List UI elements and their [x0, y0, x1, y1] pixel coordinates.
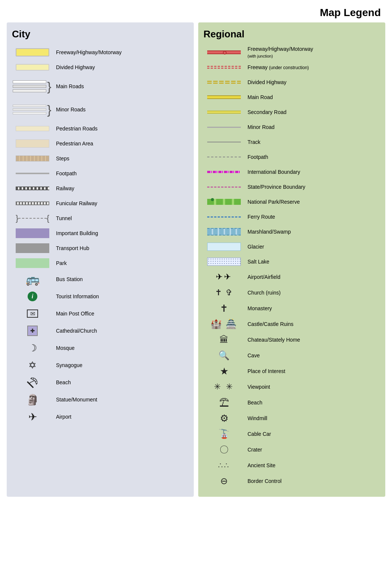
reg-divided-label: Divided Highway: [245, 79, 286, 86]
divided-highway-symbol: [16, 64, 49, 71]
reg-viewpoint-label: Viewpoint: [245, 383, 270, 390]
reg-cave-icon: 🔍: [218, 350, 230, 361]
list-item: Transport Hub: [12, 241, 189, 255]
reg-ancient-label: Ancient Site: [245, 462, 276, 469]
list-item: Footpath: [203, 150, 380, 164]
list-item: Glacier: [203, 240, 380, 254]
list-item: 〇 Crater: [203, 442, 380, 457]
steps-label: Steps: [53, 155, 69, 162]
list-item: Divided Highway: [12, 60, 189, 74]
bus-station-label: Bus Station: [53, 276, 83, 283]
synagogue-icon: ✡: [28, 360, 37, 371]
reg-ferry-label: Ferry Route: [245, 213, 275, 220]
list-item: ⛱ Beach: [12, 374, 189, 391]
railway-label: Railway: [53, 185, 74, 192]
list-item: ✈✈ Airport/Airfield: [203, 269, 380, 284]
list-item: 🏛 Chateau/Stately Home: [203, 332, 380, 347]
reg-chateau-icon: 🏛: [220, 335, 228, 345]
reg-freeway-uc-symbol: [207, 66, 241, 69]
reg-minor-symbol: [207, 127, 241, 128]
reg-poi-label: Place of Interest: [245, 368, 285, 375]
footpath-symbol: [16, 173, 49, 174]
list-item: } { Tunnel: [12, 211, 189, 225]
reg-airport-icon: ✈✈: [216, 272, 232, 282]
reg-freeway-label: Freeway/Highway/Motorway (with junction): [245, 46, 313, 59]
reg-salt-symbol: [207, 258, 241, 266]
pedestrian-area-label: Pedestrian Area: [53, 140, 93, 147]
cathedral-icon: ✚: [27, 326, 38, 336]
list-item: Marshland/Swamp: [203, 225, 380, 239]
list-item: Secondary Road: [203, 105, 380, 119]
reg-glacier-symbol: [207, 243, 241, 251]
list-item: Freeway/Highway/Motorway (with junction): [203, 45, 380, 59]
reg-castle-icon: 🏰 🏯: [211, 319, 238, 329]
list-item: Park: [12, 256, 189, 270]
post-office-label: Main Post Office: [53, 310, 94, 317]
list-item: ∴∴ Ancient Site: [203, 458, 380, 473]
list-item: Freeway/Highway/Motorway: [12, 45, 189, 59]
list-item: ✉ Main Post Office: [12, 305, 189, 322]
reg-freeway-uc-label: Freeway (under construction): [245, 64, 309, 71]
statue-label: Statue/Monument: [53, 396, 97, 403]
list-item: Track: [203, 135, 380, 149]
reg-windmill-label: Windmill: [245, 415, 267, 422]
transport-hub-symbol: [16, 243, 49, 253]
reg-marsh-label: Marshland/Swamp: [245, 228, 291, 235]
park-label: Park: [53, 260, 67, 267]
list-item: Funicular Railway: [12, 196, 189, 210]
reg-divided-symbol: [207, 81, 241, 84]
freeway-label: Freeway/Highway/Motorway: [53, 49, 122, 56]
tunnel-symbol: } {: [16, 215, 49, 221]
list-item: 🏰 🏯 Castle/Castle Ruins: [203, 317, 380, 332]
list-item: 🔍 Cave: [203, 348, 380, 363]
header: Map Legend: [0, 0, 392, 22]
list-item: 🚌 Bus Station: [12, 271, 189, 287]
synagogue-label: Synagogue: [53, 362, 83, 369]
list-item: Main Road: [203, 90, 380, 104]
reg-footpath-symbol: [207, 157, 241, 157]
tunnel-label: Tunnel: [53, 215, 72, 222]
reg-monastery-icon: ✝: [220, 303, 228, 314]
list-item: Pedestrian Area: [12, 136, 189, 151]
tourist-info-icon: i: [28, 292, 37, 301]
list-item: ✝ Monastery: [203, 301, 380, 316]
list-item: ⛱ Beach: [203, 395, 380, 410]
park-symbol: [16, 258, 49, 268]
list-item: ⚙ Windmill: [203, 411, 380, 426]
main-roads-symbol: }: [13, 80, 52, 93]
steps-symbol: [16, 155, 49, 161]
important-building-label: Important Building: [53, 230, 98, 237]
reg-minor-label: Minor Road: [245, 124, 274, 130]
reg-marsh-symbol: [207, 228, 241, 235]
reg-monastery-label: Monastery: [245, 305, 272, 312]
reg-chateau-label: Chateau/Stately Home: [245, 336, 300, 343]
reg-ancient-icon: ∴∴: [218, 461, 230, 470]
transport-hub-label: Transport Hub: [53, 245, 89, 252]
regional-title: Regional: [203, 28, 380, 40]
list-item: Salt Lake: [203, 255, 380, 269]
list-item: International Boundary: [203, 165, 380, 179]
reg-crater-icon: 〇: [220, 444, 228, 456]
list-item: } Main Roads: [12, 75, 189, 98]
list-item: National Park/Reserve: [203, 195, 380, 209]
minor-roads-label: Minor Roads: [53, 106, 85, 113]
reg-border-label: Border Control: [245, 478, 281, 484]
reg-windmill-icon: ⚙: [220, 413, 228, 424]
reg-secondary-symbol: [207, 111, 241, 114]
reg-mainroad-label: Main Road: [245, 94, 273, 101]
reg-track-symbol: [207, 142, 241, 142]
reg-ferry-symbol: [207, 216, 241, 218]
reg-intl-symbol: [207, 171, 241, 173]
reg-national-park-label: National Park/Reserve: [245, 198, 300, 205]
minor-roads-symbol: }: [13, 103, 52, 116]
list-item: Pedestrian Roads: [12, 121, 189, 136]
reg-beach-label: Beach: [245, 399, 262, 406]
list-item: Steps: [12, 151, 189, 166]
railway-symbol: [16, 187, 49, 190]
bus-icon: 🚌: [26, 273, 40, 286]
reg-state-label: State/Province Boundary: [245, 184, 305, 190]
tourist-info-label: Tourist Information: [53, 293, 99, 300]
reg-intl-label: International Boundary: [245, 169, 300, 175]
list-item: } Minor Roads: [12, 98, 189, 121]
reg-poi-icon: ★: [220, 366, 228, 377]
